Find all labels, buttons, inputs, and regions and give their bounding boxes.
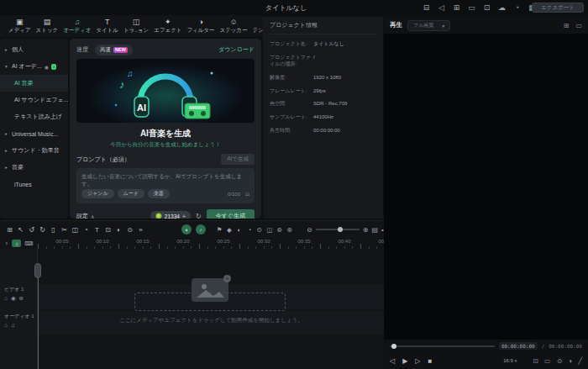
text-icon[interactable]: T [92, 226, 102, 234]
snapshot-icon[interactable]: ⊙ [255, 226, 265, 234]
add-credits-icon[interactable]: + [182, 213, 186, 219]
zoom-slider[interactable] [316, 229, 360, 230]
new-badge: NEW [113, 47, 128, 53]
overflow-dot-icon[interactable]: • [381, 226, 384, 234]
redo-icon[interactable]: ↻ [37, 226, 48, 234]
media-toolbar: ▣ メディア ▤ ストック ♫ オーディオ T タイトル ◫ トラ..ョン ✦ … [0, 15, 263, 37]
preview-header: 再生 フル画質 ▾ ⊞ ▭ [384, 17, 588, 34]
expand-icon[interactable]: ⊡ [245, 191, 249, 197]
instrument-chip[interactable]: 楽器 [148, 189, 170, 198]
ai-feature-icon-1[interactable]: ✦ [181, 224, 192, 235]
store-icon[interactable]: ⊟ [422, 3, 431, 13]
tab-sticker[interactable]: ☺ ステッカー [218, 18, 250, 34]
download-button[interactable]: ダウンロード [218, 45, 255, 54]
sidebar-item-itunes[interactable]: iTunes [0, 176, 68, 192]
tab-media[interactable]: ▣ メディア [6, 18, 34, 34]
zoom-slider-knob[interactable] [338, 227, 343, 232]
export-button[interactable]: エクスポート [532, 3, 584, 13]
credits-pill[interactable]: 21334 + [150, 211, 191, 219]
keyframe-icon[interactable]: ◆ [224, 226, 234, 234]
mood-chip[interactable]: ムード [118, 189, 144, 198]
tab-title[interactable]: T タイトル [93, 18, 121, 34]
settings-toggle[interactable]: 設定 [76, 212, 88, 219]
trim-icon[interactable]: ◫ [70, 226, 81, 234]
account-icon[interactable]: ◔ [512, 3, 522, 13]
zoom-tool-icon[interactable]: ⊙ [124, 226, 135, 234]
undo-icon[interactable]: ↺ [26, 226, 37, 234]
tab-filter[interactable]: ◑ フィルター [184, 18, 217, 34]
ai-sound-icon[interactable]: ♫ [12, 240, 21, 247]
color-icon[interactable]: ◑ [568, 357, 572, 365]
prompt-textarea[interactable]: 生成したい音楽について説明するか、AIでプロンプトを生成します。 ジャンル ムー… [76, 168, 255, 203]
speaker-icon[interactable]: ♫ [11, 322, 15, 328]
file-icon[interactable]: ⊡ [482, 3, 491, 13]
tab-transition[interactable]: ◫ トラ..ョン [121, 18, 151, 34]
sidebar-item-universal-music[interactable]: ▸ Universal Music... [0, 125, 68, 142]
tab-effect[interactable]: ✦ エフェクト [151, 18, 184, 34]
manage-tracks-icon[interactable]: ⊞ [4, 226, 15, 234]
ai-feature-icon-2[interactable]: ♪ [196, 224, 206, 235]
crop-icon[interactable]: ⊡ [102, 226, 113, 234]
sidebar-item-ai-sound-effect[interactable]: AI サウンドエフェ... [0, 92, 68, 108]
track-tools: ♀ ♫ ⌨ [0, 238, 38, 249]
announce-icon[interactable]: ◁ [437, 3, 446, 13]
zoom-in-icon[interactable]: ⊕ [363, 226, 369, 234]
panel-resize-handle[interactable] [34, 263, 41, 278]
quality-dropdown[interactable]: フル画質 ▾ [407, 20, 450, 31]
delete-icon[interactable]: ▯ [48, 226, 59, 234]
keyboard-icon[interactable]: ⌨ [24, 240, 33, 247]
play-icon[interactable]: ▶ [402, 357, 407, 365]
chroma-key-icon[interactable]: ◐ [234, 226, 244, 234]
timeline-tracks-area[interactable]: ビデオ 1 ⌂ ◉ ⊛ オーディオ 1 ⌂ ♫ + [0, 249, 384, 369]
speed-mode-toggle[interactable]: 高速 NEW [95, 45, 133, 55]
lock-icon[interactable]: ⌂ [4, 322, 8, 328]
more-icon[interactable]: » [135, 226, 146, 234]
marker-icon[interactable]: ⚑ [214, 226, 224, 234]
display-icon[interactable]: ▭ [467, 3, 476, 13]
seek-bar[interactable] [390, 345, 495, 347]
mask-icon[interactable]: ◐ [113, 226, 124, 234]
filter-icon[interactable]: ⊛ [19, 295, 24, 302]
snap-icon[interactable]: ⊛ [285, 226, 295, 234]
timeline-ruler[interactable]: 00:05 00:10 00:15 00:20 00:25 00:30 00:3… [38, 238, 384, 249]
sidebar-item-music[interactable]: ▸ 音楽 [0, 159, 68, 176]
sidebar-item-ai-music[interactable]: AI 音楽 [0, 75, 68, 92]
zoom-out-icon[interactable]: ⊖ [307, 226, 312, 234]
media-library-icon[interactable]: ⊞ [452, 3, 461, 13]
tab-playback[interactable]: 再生 [390, 21, 402, 29]
fit-timeline-icon[interactable]: ▤ [371, 226, 378, 234]
playhead[interactable] [38, 266, 39, 369]
select-icon[interactable]: ↖ [15, 226, 26, 234]
genre-chip[interactable]: ジャンル [81, 189, 114, 198]
split-view-icon[interactable]: ◫ [265, 226, 275, 234]
sidebar-item-text-to-speech[interactable]: テキスト読み上げ [0, 108, 68, 125]
prev-frame-icon[interactable]: ◁ [390, 357, 395, 365]
ai-generate-prompt-button[interactable]: AIで生成 [221, 154, 255, 165]
snapshot-icon[interactable]: ⊡ [533, 357, 538, 365]
sidebar-item-ai-audio[interactable]: ▾ AI オーデ... ◉ ♪ [0, 58, 68, 75]
headphones-illustration: AI ♪ ♫ [102, 61, 228, 120]
tab-audio[interactable]: ♫ オーディオ [60, 18, 93, 34]
eye-icon[interactable]: ◉ [11, 295, 16, 302]
split-icon[interactable]: ✂ [59, 226, 70, 234]
cloud-icon[interactable]: ☁ [497, 3, 507, 13]
generate-button[interactable]: 今すぐ生成 [207, 209, 255, 219]
aspect-ratio-dropdown[interactable]: 16:9 ▾ [503, 358, 517, 363]
speed-icon[interactable]: ◔ [81, 226, 92, 234]
sidebar-item-sound-effects[interactable]: ▸ サウンド・効果音 [0, 142, 68, 159]
expand-icon[interactable]: ╱ [578, 357, 582, 365]
camera-icon[interactable]: ⊙ [557, 357, 563, 365]
motion-icon[interactable]: ◔ [244, 226, 255, 234]
lock-icon[interactable]: ⌂ [4, 295, 8, 302]
tab-stock[interactable]: ▤ ストック [34, 18, 61, 34]
screen-icon[interactable]: ▭ [544, 357, 551, 365]
sidebar-item-personal[interactable]: ▸ 個人 [0, 41, 68, 58]
refresh-icon[interactable]: ↻ [196, 213, 202, 219]
grid-view-icon[interactable]: ⊞ [564, 22, 570, 29]
timeline-panel: ⊞ ↖ ↺ ↻ ▯ ✂ ◫ ◔ T ⊡ ◐ ⊙ » ✦ ♪ ⚑ ◆ ◐ ◔ ⊙ … [0, 220, 384, 369]
voiceover-icon[interactable]: ♀ [4, 240, 8, 246]
fit-screen-icon[interactable]: ▭ [575, 22, 582, 29]
next-frame-icon[interactable]: ▷ [415, 357, 420, 365]
stop-icon[interactable]: ■ [428, 357, 432, 365]
audio-mix-icon[interactable]: ⊚ [275, 226, 285, 234]
